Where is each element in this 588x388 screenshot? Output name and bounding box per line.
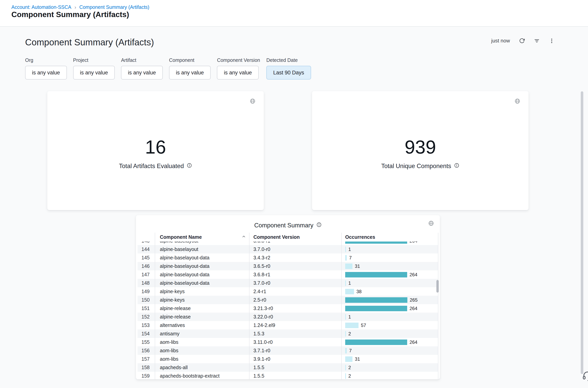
row-component-version: 1.5.5	[249, 372, 341, 379]
table-body: 143 alpine-baselayout 3.6.8-r1 264 144 a…	[137, 242, 438, 379]
tile-label: Total Artifacts Evaluated	[119, 163, 184, 170]
tile-value: 939	[312, 137, 529, 157]
filter-group-artifact: Artifact is any value	[121, 57, 163, 79]
row-index: 144	[137, 245, 155, 253]
table-row[interactable]: 153 alternatives 1.24-2.el9 57	[137, 321, 438, 330]
breadcrumb: Account: Automation-SSCA › Component Sum…	[11, 4, 149, 10]
table-header: Component Name Component Version Occurre…	[137, 233, 438, 242]
table-row[interactable]: 156 aom-libs 3.7.1-r0 7	[137, 346, 438, 355]
row-occurrences-cell: 265	[341, 296, 438, 304]
filter-value-button-artifact[interactable]: is any value	[121, 66, 163, 79]
row-index: 146	[137, 262, 155, 270]
row-component-name: alternatives	[155, 321, 249, 330]
row-component-version: 1.24-2.el9	[249, 321, 341, 330]
row-component-name: alpine-keys	[155, 287, 249, 296]
row-component-version: 1.5.3	[249, 330, 341, 338]
row-occurrences-cell: 57	[341, 321, 438, 330]
row-component-name: apacheds-bootstrap-extract	[155, 372, 249, 379]
info-icon[interactable]	[454, 163, 459, 170]
occurrence-bar	[345, 306, 407, 311]
filter-icon[interactable]	[534, 38, 540, 44]
row-occurrences-label: 2	[348, 373, 351, 379]
row-component-name: aom-libs	[155, 355, 249, 363]
row-component-name: alpine-baselayout-data	[155, 279, 249, 287]
row-occurrences-cell: 264	[341, 338, 438, 346]
table-row[interactable]: 150 alpine-keys 2.5-r0 265	[137, 296, 438, 304]
row-component-version: 2.5-r0	[249, 296, 341, 304]
row-occurrences-cell: 1	[341, 279, 438, 287]
breadcrumb-account-link[interactable]: Account: Automation-SSCA	[11, 4, 71, 10]
dashboard-controls: just now	[491, 38, 555, 44]
row-index: 151	[137, 304, 155, 313]
row-component-name: aom-libs	[155, 346, 249, 355]
row-index: 150	[137, 296, 155, 304]
table-row[interactable]: 152 alpine-release 3.22.0-r0 1	[137, 313, 438, 321]
occurrence-bar	[345, 255, 347, 261]
filter-group-org: Org is any value	[25, 57, 67, 79]
row-occurrences-cell: 7	[341, 346, 438, 355]
help-icon[interactable]	[582, 370, 588, 383]
filter-value-button-component[interactable]: is any value	[169, 66, 211, 79]
row-index: 145	[137, 253, 155, 262]
table-row[interactable]: 149 alpine-keys 2.4-r1 38	[137, 287, 438, 296]
row-component-version: 3.7.1-r0	[249, 346, 341, 355]
tile-value: 16	[47, 137, 264, 157]
column-header-label: Occurrences	[345, 234, 375, 240]
row-component-version: 3.11.0-r0	[249, 338, 341, 346]
globe-icon[interactable]	[250, 98, 256, 105]
row-component-name: alpine-baselayout-data	[155, 270, 249, 279]
occurrence-bar	[345, 247, 346, 252]
screen: Account: Automation-SSCA › Component Sum…	[0, 0, 588, 388]
occurrence-bar	[345, 297, 407, 303]
page-scrollbar[interactable]	[581, 91, 583, 374]
more-options-icon[interactable]	[549, 38, 555, 44]
breadcrumb-page-link[interactable]: Component Summary (Artifacts)	[79, 4, 149, 10]
info-icon[interactable]	[187, 163, 192, 170]
row-occurrences-label: 265	[410, 297, 417, 303]
column-header-component-version[interactable]: Component Version	[249, 233, 341, 242]
table-row[interactable]: 145 alpine-baselayout-data 3.4.3-r2 7	[137, 253, 438, 262]
row-occurrences-label: 7	[349, 348, 352, 353]
table-scrollbar[interactable]	[436, 280, 439, 292]
row-occurrences-label: 264	[410, 242, 417, 244]
filter-label-project: Project	[73, 57, 115, 63]
table-row[interactable]: 154 antisamy 1.5.3 2	[137, 330, 438, 338]
row-occurrences-label: 1	[348, 247, 351, 252]
table-row[interactable]: 158 apacheds-all 1.5.5 2	[137, 363, 438, 372]
column-header-component-name[interactable]: Component Name	[155, 233, 249, 242]
dashboard-title: Component Summary (Artifacts)	[25, 37, 154, 48]
table-row[interactable]: 148 alpine-baselayout-data 3.7.0-r0 1	[137, 279, 438, 287]
row-component-version: 3.7.0-r0	[249, 279, 341, 287]
filter-value-button-component-version[interactable]: is any value	[217, 66, 259, 79]
occurrence-bar	[345, 242, 407, 244]
table-row[interactable]: 151 alpine-release 3.21.3-r0 264	[137, 304, 438, 313]
filter-value-button-org[interactable]: is any value	[25, 66, 67, 79]
table-row[interactable]: 143 alpine-baselayout 3.6.8-r1 264	[137, 242, 438, 245]
filter-value-button-detected-date[interactable]: Last 90 Days	[266, 66, 311, 79]
refresh-icon[interactable]	[519, 38, 525, 44]
row-index: 155	[137, 338, 155, 346]
component-summary-card: Component Summary Component Name	[136, 215, 440, 379]
column-header-label: Component Version	[253, 234, 300, 240]
table-row[interactable]: 147 alpine-baselayout-data 3.6.8-r1 264	[137, 270, 438, 279]
occurrence-bar	[345, 365, 346, 370]
table-row[interactable]: 155 aom-libs 3.11.0-r0 264	[137, 338, 438, 346]
column-header-occurrences[interactable]: Occurrences	[341, 233, 438, 242]
row-occurrences-label: 31	[355, 264, 360, 269]
row-occurrences-cell: 2	[341, 363, 438, 372]
globe-icon[interactable]	[514, 98, 520, 105]
table-row[interactable]: 159 apacheds-bootstrap-extract 1.5.5 2	[137, 372, 438, 379]
filter-value-button-project[interactable]: is any value	[73, 66, 115, 79]
filter-label-component-version: Component Version	[217, 57, 260, 63]
table-row[interactable]: 146 alpine-baselayout-data 3.6.5-r0 31	[137, 262, 438, 270]
table-row[interactable]: 144 alpine-baselayout 3.7.0-r0 1	[137, 245, 438, 253]
row-occurrences-cell: 1	[341, 313, 438, 321]
info-icon[interactable]	[316, 222, 322, 229]
table-row[interactable]: 157 aom-libs 3.9.1-r0 31	[137, 355, 438, 363]
row-component-name: apacheds-all	[155, 363, 249, 372]
row-component-version: 1.5.5	[249, 363, 341, 372]
refresh-status: just now	[491, 38, 510, 44]
row-component-version: 3.9.1-r0	[249, 355, 341, 363]
row-index: 159	[137, 372, 155, 379]
sort-asc-icon	[242, 234, 246, 240]
